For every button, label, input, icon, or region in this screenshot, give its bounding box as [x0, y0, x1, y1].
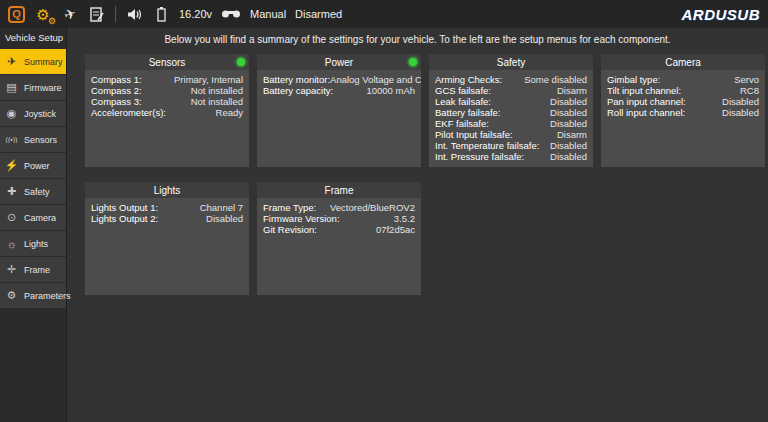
row-label: Roll input channel: — [607, 107, 685, 118]
row-value: Disabled — [550, 107, 587, 118]
summary-row: Int. Pressure failsafe:Disabled — [435, 151, 587, 162]
sidebar-item-safety[interactable]: ✚Safety — [0, 179, 66, 204]
safety-icon: ✚ — [3, 185, 20, 198]
sidebar-item-label: Camera — [24, 213, 56, 223]
sidebar-item-lights[interactable]: ☼Lights — [0, 231, 66, 256]
summary-card-lights: LightsLights Output 1:Channel 7Lights Ou… — [85, 182, 249, 295]
summary-card-sensors: SensorsCompass 1:Primary, InternalCompas… — [85, 54, 249, 167]
row-value: Disabled — [722, 107, 759, 118]
sidebar-item-parameters[interactable]: ⚙Parameters — [0, 283, 66, 308]
row-label: Arming Checks: — [435, 74, 502, 85]
sidebar-item-label: Parameters — [24, 291, 71, 301]
card-title: Safety — [497, 57, 525, 68]
summary-main: Below you will find a summary of the set… — [67, 28, 768, 422]
summary-icon: ✈ — [3, 55, 20, 68]
sidebar-title: Vehicle Setup — [0, 28, 66, 49]
parameters-icon: ⚙ — [3, 289, 20, 302]
row-value: RC8 — [740, 85, 759, 96]
sidebar-item-joystick[interactable]: ◉Joystick — [0, 101, 66, 126]
lights-icon: ☼ — [3, 238, 20, 250]
summary-row: Lights Output 1:Channel 7 — [91, 202, 243, 213]
row-label: Int. Temperature failsafe: — [435, 140, 539, 151]
row-label: Lights Output 2: — [91, 213, 158, 224]
row-value: 07f2d5ac — [376, 224, 415, 235]
card-title: Sensors — [149, 57, 186, 68]
battery-voltage-value[interactable]: 16.20v — [179, 8, 212, 20]
row-label: GCS failsafe: — [435, 85, 491, 96]
sensors-icon: ((•)) — [3, 136, 20, 143]
sidebar-menu: ✈Summary▤Firmware◉Joystick((•))Sensors⚡P… — [0, 49, 66, 308]
row-value: Disabled — [550, 151, 587, 162]
summary-row: Battery failsafe:Disabled — [435, 107, 587, 118]
summary-row: Roll input channel:Disabled — [607, 107, 759, 118]
summary-row: Frame Type:Vectored/BlueROV2 — [263, 202, 415, 213]
row-label: Compass 1: — [91, 74, 142, 85]
row-label: Lights Output 1: — [91, 202, 158, 213]
sidebar-item-label: Safety — [24, 187, 50, 197]
row-label: EKF failsafe: — [435, 118, 489, 129]
summary-card-frame: FrameFrame Type:Vectored/BlueROV2Firmwar… — [257, 182, 421, 295]
row-label: Gimbal type: — [607, 74, 660, 85]
row-value: Ready — [216, 107, 243, 118]
row-label: Firmware Version: — [263, 213, 340, 224]
row-value: 3.5.2 — [394, 213, 415, 224]
summary-row: Compass 3:Not installed — [91, 96, 243, 107]
sidebar-item-frame[interactable]: ✛Frame — [0, 257, 66, 282]
summary-row: Battery monitor:Analog Voltage and Curre… — [263, 74, 415, 85]
row-label: Battery monitor: — [263, 74, 330, 85]
row-label: Compass 3: — [91, 96, 142, 107]
sidebar-item-label: Firmware — [24, 83, 62, 93]
row-value: Disabled — [206, 213, 243, 224]
sidebar-item-label: Joystick — [24, 109, 56, 119]
summary-cards: SensorsCompass 1:Primary, InternalCompas… — [67, 47, 768, 295]
summary-row: GCS failsafe:Disarm — [435, 85, 587, 96]
fly-view-plane-icon[interactable]: ✈ — [58, 2, 82, 27]
row-label: Tilt input channel: — [607, 85, 681, 96]
summary-row: Pan input channel:Disabled — [607, 96, 759, 107]
row-label: Pan input channel: — [607, 96, 686, 107]
card-header: Power — [257, 54, 421, 70]
card-body: Arming Checks:Some disabledGCS failsafe:… — [429, 70, 593, 166]
card-body: Battery monitor:Analog Voltage and Curre… — [257, 70, 421, 100]
row-value: Primary, Internal — [174, 74, 243, 85]
card-header: Lights — [85, 182, 249, 198]
row-value: Disarm — [557, 85, 587, 96]
frame-icon: ✛ — [3, 263, 20, 276]
qgroundcontrol-logo-icon[interactable]: Q — [8, 6, 25, 23]
toolbar-divider — [115, 6, 116, 22]
card-title: Camera — [665, 57, 701, 68]
row-label: Pilot Input failsafe: — [435, 129, 513, 140]
sidebar-item-camera[interactable]: ⊙Camera — [0, 205, 66, 230]
summary-description: Below you will find a summary of the set… — [67, 32, 768, 47]
row-value: Servo — [734, 74, 759, 85]
summary-card-camera: CameraGimbal type:ServoTilt input channe… — [601, 54, 765, 167]
row-value: Disabled — [550, 118, 587, 129]
audio-speaker-icon[interactable] — [125, 4, 143, 24]
summary-row: Compass 1:Primary, Internal — [91, 74, 243, 85]
summary-row: Lights Output 2:Disabled — [91, 213, 243, 224]
row-value: Disabled — [550, 96, 587, 107]
battery-indicator-icon[interactable] — [152, 4, 170, 24]
vehicle-setup-gears-icon[interactable]: ⚙⚙ — [34, 4, 52, 24]
row-value: Not installed — [191, 85, 243, 96]
power-icon: ⚡ — [3, 159, 20, 172]
summary-row: Leak failsafe:Disabled — [435, 96, 587, 107]
summary-row: Gimbal type:Servo — [607, 74, 759, 85]
flight-mode-indicator[interactable]: Manual — [250, 8, 286, 20]
sidebar-item-label: Lights — [24, 239, 48, 249]
row-value: Vectored/BlueROV2 — [330, 202, 415, 213]
row-value: Disarm — [557, 129, 587, 140]
sidebar-item-sensors[interactable]: ((•))Sensors — [0, 127, 66, 152]
summary-row: EKF failsafe:Disabled — [435, 118, 587, 129]
sidebar-item-power[interactable]: ⚡Power — [0, 153, 66, 178]
joystick-indicator-icon[interactable] — [221, 4, 241, 24]
row-label: Compass 2: — [91, 85, 142, 96]
card-title: Frame — [325, 185, 354, 196]
armed-state-indicator[interactable]: Disarmed — [295, 8, 342, 20]
card-header: Camera — [601, 54, 765, 70]
summary-row: Tilt input channel:RC8 — [607, 85, 759, 96]
analyze-view-icon[interactable] — [88, 4, 106, 24]
sidebar-item-summary[interactable]: ✈Summary — [0, 49, 66, 74]
row-label: Accelerometer(s): — [91, 107, 166, 118]
sidebar-item-firmware[interactable]: ▤Firmware — [0, 75, 66, 100]
